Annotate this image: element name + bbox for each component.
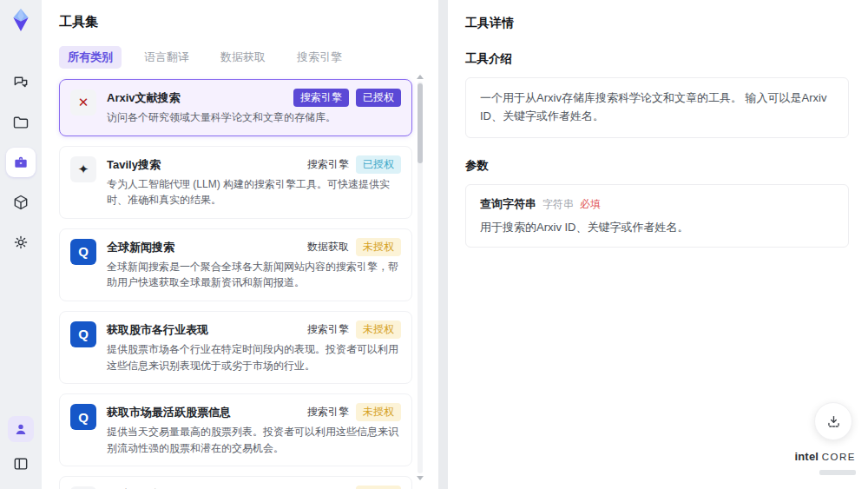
- download-icon: [825, 413, 842, 430]
- tool-icon: ✕: [70, 89, 96, 116]
- tool-tag: 已授权: [356, 155, 401, 174]
- download-button[interactable]: [814, 402, 852, 440]
- tool-card[interactable]: Q 全球新闻搜索 全球新闻搜索是一个聚合全球各大新闻网站内容的搜索引擎，帮助用户…: [59, 228, 412, 301]
- tool-description: 访问各个研究领域大量科学论文和文章的存储库。: [107, 109, 401, 126]
- app-window: 工具集 所有类别语言翻译数据获取搜索引擎 ✕ Arxiv文献搜索 访问各个研究领…: [0, 0, 868, 489]
- tool-tag: 未授权: [356, 486, 401, 489]
- tool-tag: 数据获取: [307, 238, 349, 256]
- param-box: 查询字符串 字符串 必填 用于搜索的Arxiv ID、关键字或作者姓名。: [465, 184, 849, 248]
- tool-icon: Q: [70, 239, 96, 265]
- tool-tag: 搜索引擎: [307, 486, 349, 489]
- toolbox-icon[interactable]: [6, 148, 36, 177]
- category-tab[interactable]: 语言翻译: [135, 46, 198, 69]
- param-name: 查询字符串: [480, 196, 536, 212]
- tool-list: ✕ Arxiv文献搜索 访问各个研究领域大量科学论文和文章的存储库。 搜索引擎已…: [59, 79, 412, 489]
- rail-nav: [6, 68, 36, 257]
- settings-gear-icon[interactable]: [6, 228, 36, 257]
- tool-tags: 搜索引擎未授权: [307, 486, 401, 489]
- scrollbar-thumb[interactable]: [418, 83, 423, 163]
- rail-bottom: [6, 416, 36, 479]
- panel-toggle-icon[interactable]: [6, 449, 36, 479]
- tool-icon: ✦: [70, 156, 96, 182]
- folder-icon[interactable]: [6, 108, 36, 137]
- list-scrollbar[interactable]: [416, 75, 424, 480]
- intro-box: 一个用于从Arxiv存储库搜索科学论文和文章的工具。 输入可以是Arxiv ID…: [465, 77, 849, 138]
- param-type: 字符串: [542, 197, 574, 212]
- category-tabs: 所有类别语言翻译数据获取搜索引擎: [59, 46, 412, 69]
- tool-detail-panel: 工具详情 工具介绍 一个用于从Arxiv存储库搜索科学论文和文章的工具。 输入可…: [448, 0, 868, 489]
- tool-tags: 数据获取未授权: [307, 238, 401, 256]
- param-required-badge: 必填: [580, 197, 601, 212]
- tool-icon: Q: [70, 321, 96, 347]
- intro-text: 一个用于从Arxiv存储库搜索科学论文和文章的工具。 输入可以是Arxiv ID…: [480, 89, 834, 126]
- tool-tag: 搜索引擎: [307, 403, 349, 421]
- params-heading: 参数: [465, 158, 849, 174]
- intel-logo-text: intel: [794, 450, 819, 463]
- category-tab[interactable]: 所有类别: [59, 46, 122, 69]
- tool-description: 专为人工智能代理 (LLM) 构建的搜索引擎工具。可快速提供实时、准确和真实的结…: [107, 176, 401, 208]
- scroll-up-icon[interactable]: [417, 75, 424, 79]
- tool-tag: 未授权: [356, 238, 401, 256]
- intel-core-logo: intel core: [794, 451, 856, 479]
- tool-card[interactable]: ▦ 万维地区新闻查询 查询具体行政区划内的新闻，快速了解各地新闻动 搜索引擎未授…: [59, 476, 412, 489]
- cube-icon[interactable]: [6, 188, 36, 217]
- page-title: 工具集: [59, 14, 412, 30]
- param-header: 查询字符串 字符串 必填: [480, 196, 834, 212]
- tool-card[interactable]: ✦ Tavily搜索 专为人工智能代理 (LLM) 构建的搜索引擎工具。可快速提…: [59, 146, 412, 219]
- tool-list-panel: 工具集 所有类别语言翻译数据获取搜索引擎 ✕ Arxiv文献搜索 访问各个研究领…: [42, 0, 438, 489]
- tool-description: 提供股票市场各个行业在特定时间段内的表现。投资者可以利用这些信息来识别表现优于或…: [107, 341, 401, 373]
- tool-tag: 未授权: [356, 320, 401, 339]
- scrollbar-track[interactable]: [418, 82, 423, 473]
- tool-tag: 搜索引擎: [293, 89, 349, 107]
- panel-divider: [438, 0, 448, 489]
- tool-tags: 搜索引擎已授权: [293, 89, 401, 107]
- left-rail: [0, 0, 42, 489]
- tool-icon: Q: [70, 404, 96, 430]
- tool-description: 提供当天交易量最高的股票列表。投资者可以利用这些信息来识别流动性强的股票和潜在的…: [107, 424, 401, 456]
- tool-tag: 搜索引擎: [307, 155, 349, 174]
- chat-icon[interactable]: [6, 68, 36, 97]
- tool-tag: 搜索引擎: [307, 320, 349, 339]
- category-tab[interactable]: 搜索引擎: [288, 46, 351, 69]
- tool-card[interactable]: Q 获取市场最活跃股票信息 提供当天交易量最高的股票列表。投资者可以利用这些信息…: [59, 393, 412, 466]
- tool-tag: 未授权: [356, 403, 401, 421]
- core-logo-text: core: [822, 452, 856, 462]
- detail-title: 工具详情: [465, 16, 849, 31]
- tool-tag: 已授权: [356, 89, 401, 107]
- app-logo: [8, 7, 34, 33]
- tool-description: 全球新闻搜索是一个聚合全球各大新闻网站内容的搜索引擎，帮助用户快速获取全球最新资…: [107, 259, 401, 291]
- scroll-down-icon[interactable]: [417, 476, 424, 480]
- tool-tags: 搜索引擎已授权: [307, 155, 401, 174]
- tool-card[interactable]: ✕ Arxiv文献搜索 访问各个研究领域大量科学论文和文章的存储库。 搜索引擎已…: [59, 79, 412, 136]
- intro-heading: 工具介绍: [465, 51, 849, 67]
- param-desc: 用于搜索的Arxiv ID、关键字或作者姓名。: [480, 220, 834, 235]
- tool-tags: 搜索引擎未授权: [307, 320, 401, 339]
- intel-logo-sub-mark: [819, 470, 856, 475]
- category-tab[interactable]: 数据获取: [212, 46, 274, 69]
- tool-card[interactable]: Q 获取股市各行业表现 提供股票市场各个行业在特定时间段内的表现。投资者可以利用…: [59, 311, 412, 384]
- user-avatar-icon[interactable]: [8, 416, 34, 442]
- tool-tags: 搜索引擎未授权: [307, 403, 401, 421]
